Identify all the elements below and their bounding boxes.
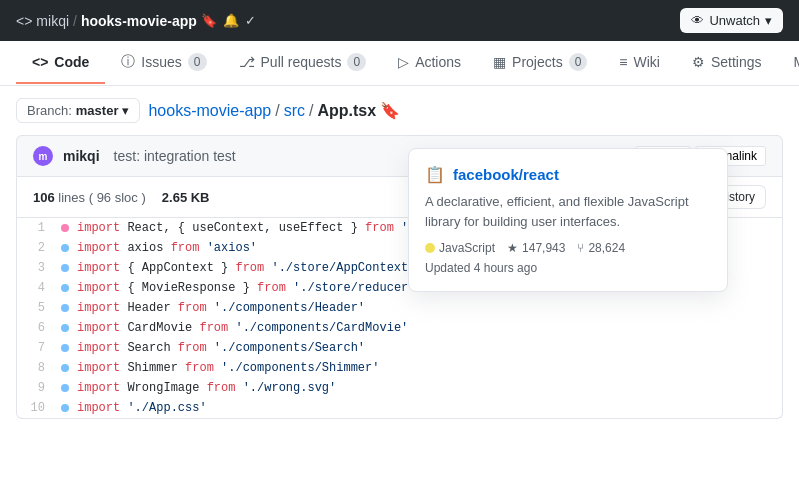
tab-issues-label: Issues — [141, 54, 181, 70]
line-dot[interactable] — [57, 244, 73, 252]
code-icon: <> — [16, 13, 32, 29]
projects-badge: 0 — [569, 53, 588, 71]
line-code: import axios from 'axios' — [73, 238, 257, 258]
line-code: import Shimmer from './components/Shimme… — [73, 358, 379, 378]
breadcrumb-sep-1: / — [275, 102, 279, 120]
line-number: 5 — [17, 298, 57, 318]
lang-color-dot — [425, 243, 435, 253]
popup-description: A declarative, efficient, and flexible J… — [425, 192, 711, 231]
tab-actions[interactable]: ▷ Actions — [382, 42, 477, 84]
line-dot[interactable] — [57, 284, 73, 292]
popup-updated: Updated 4 hours ago — [425, 261, 711, 275]
tab-code[interactable]: <> Code — [16, 42, 105, 84]
line-number: 3 — [17, 258, 57, 278]
watch-label: Unwatch — [709, 13, 760, 28]
top-bar-right: 👁 Unwatch ▾ — [680, 8, 783, 33]
line-code: import Search from './components/Search' — [73, 338, 365, 358]
tab-issues[interactable]: ⓘ Issues 0 — [105, 41, 222, 85]
branch-chevron-icon: ▾ — [122, 103, 129, 118]
forks-stat: ⑂ 28,624 — [577, 241, 625, 255]
table-row: 6 import CardMovie from './components/Ca… — [17, 318, 782, 338]
watch-button[interactable]: 👁 Unwatch ▾ — [680, 8, 783, 33]
branch-selector[interactable]: Branch: master ▾ — [16, 98, 140, 123]
tab-settings-label: Settings — [711, 54, 762, 70]
line-code: import './App.css' — [73, 398, 207, 418]
branch-name: master — [76, 103, 119, 118]
tab-actions-label: Actions — [415, 54, 461, 70]
line-code: import { AppContext } from './store/AppC… — [73, 258, 415, 278]
table-row: 7 import Search from './components/Searc… — [17, 338, 782, 358]
settings-tab-icon: ⚙ — [692, 54, 705, 70]
lang-label: JavaScript — [439, 241, 495, 255]
table-row: 9 import WrongImage from './wrong.svg' — [17, 378, 782, 398]
forks-count: 28,624 — [588, 241, 625, 255]
eye-icon: 👁 — [691, 13, 704, 28]
repo-path: <> mikqi / hooks-movie-app 🔖 🔔 ✓ — [16, 13, 256, 29]
popup-stats: JavaScript ★ 147,943 ⑂ 28,624 — [425, 241, 711, 255]
file-bookmark-icon: 🔖 — [380, 101, 400, 120]
breadcrumb-repo[interactable]: hooks-movie-app — [148, 102, 271, 120]
bookmark-icon: 🔖 — [201, 13, 217, 28]
line-code: import { MovieResponse } from './store/r… — [73, 278, 415, 298]
issues-tab-icon: ⓘ — [121, 53, 135, 71]
path-separator: / — [73, 13, 77, 29]
lines-count: 106 — [33, 190, 55, 205]
projects-tab-icon: ▦ — [493, 54, 506, 70]
tab-wiki-label: Wiki — [634, 54, 660, 70]
pr-tab-icon: ⎇ — [239, 54, 255, 70]
line-number: 8 — [17, 358, 57, 378]
bell-icon: 🔔 — [223, 13, 239, 28]
tab-projects[interactable]: ▦ Projects 0 — [477, 41, 603, 85]
stars-stat: ★ 147,943 — [507, 241, 565, 255]
line-dot[interactable] — [57, 324, 73, 332]
tab-pull-requests[interactable]: ⎇ Pull requests 0 — [223, 41, 383, 85]
line-number: 10 — [17, 398, 57, 418]
chevron-down-icon: ▾ — [765, 13, 772, 28]
branch-label: Branch: — [27, 103, 72, 118]
wiki-tab-icon: ≡ — [619, 54, 627, 70]
check-icon: ✓ — [245, 13, 256, 28]
tab-code-label: Code — [54, 54, 89, 70]
line-dot[interactable] — [57, 264, 73, 272]
pr-badge: 0 — [347, 53, 366, 71]
tab-more[interactable]: More ▾ — [778, 42, 799, 84]
table-row: 8 import Shimmer from './components/Shim… — [17, 358, 782, 378]
line-number: 4 — [17, 278, 57, 298]
line-dot[interactable] — [57, 344, 73, 352]
commit-user[interactable]: mikqi — [63, 148, 100, 164]
line-code: import React, { useContext, useEffect } … — [73, 218, 452, 238]
line-dot[interactable] — [57, 404, 73, 412]
breadcrumb-current: App.tsx — [317, 102, 376, 120]
breadcrumb-sep-2: / — [309, 102, 313, 120]
line-number: 6 — [17, 318, 57, 338]
repo-link[interactable]: hooks-movie-app — [81, 13, 197, 29]
line-number: 1 — [17, 218, 57, 238]
sloc-count: 96 sloc — [97, 190, 138, 205]
file-size: 2.65 KB — [162, 190, 210, 205]
stars-icon: ★ — [507, 241, 518, 255]
table-row: 5 import Header from './components/Heade… — [17, 298, 782, 318]
avatar: m — [33, 146, 53, 166]
line-dot[interactable] — [57, 384, 73, 392]
tab-settings[interactable]: ⚙ Settings — [676, 42, 778, 84]
forks-icon: ⑂ — [577, 241, 584, 255]
user-link[interactable]: mikqi — [36, 13, 69, 29]
tab-projects-label: Projects — [512, 54, 563, 70]
popup-repo-name[interactable]: facebook/react — [453, 166, 559, 183]
line-dot[interactable] — [57, 304, 73, 312]
tab-pr-label: Pull requests — [261, 54, 342, 70]
line-code: import CardMovie from './components/Card… — [73, 318, 408, 338]
lang-stat: JavaScript — [425, 241, 495, 255]
breadcrumb-bar: Branch: master ▾ hooks-movie-app / src /… — [0, 86, 799, 135]
breadcrumb-src[interactable]: src — [284, 102, 305, 120]
repo-tooltip-popup: 📋 facebook/react A declarative, efficien… — [408, 148, 728, 292]
line-number: 7 — [17, 338, 57, 358]
line-dot[interactable] — [57, 224, 73, 232]
code-tab-icon: <> — [32, 54, 48, 70]
line-dot[interactable] — [57, 364, 73, 372]
line-number: 2 — [17, 238, 57, 258]
table-row: 10 import './App.css' — [17, 398, 782, 418]
repo-icons: 🔖 🔔 ✓ — [201, 13, 256, 28]
tab-wiki[interactable]: ≡ Wiki — [603, 42, 676, 84]
breadcrumb: hooks-movie-app / src / App.tsx 🔖 — [148, 101, 400, 120]
